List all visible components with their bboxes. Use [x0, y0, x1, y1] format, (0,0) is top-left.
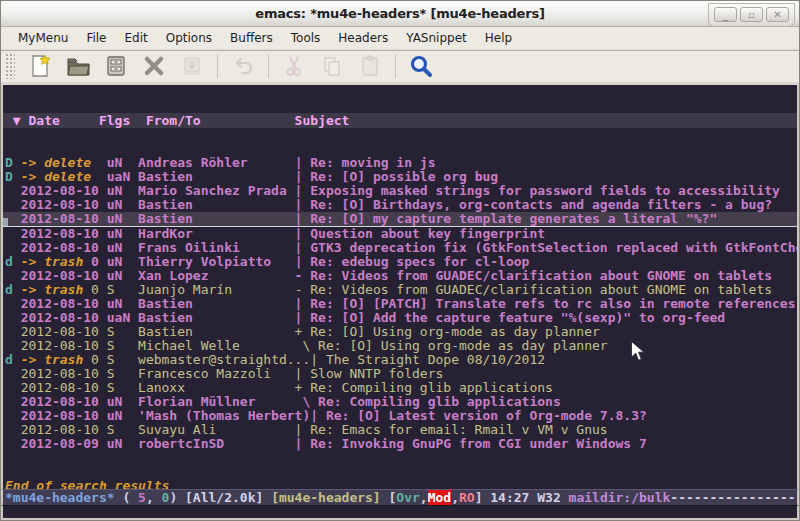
modeline-segment: ) [169, 490, 185, 505]
end-of-search-results: End of search results [3, 479, 797, 489]
echo-area[interactable] [1, 506, 799, 520]
buffer-rows: D -> delete uN Andreas Röhler | Re: movi… [3, 156, 797, 451]
search-icon[interactable] [406, 52, 436, 80]
toolbar-separator [268, 54, 269, 78]
message-row[interactable]: 2012-08-10 uN Frans Oilinki | GTK3 depre… [3, 241, 797, 255]
modeline-segment: ] [475, 490, 491, 505]
menu-item-mymenu[interactable]: MyMenu [9, 28, 77, 48]
headers-column-header[interactable]: ▼ Date Flgs From/To Subject [3, 113, 797, 128]
message-row[interactable]: 2012-08-10 uaN Bastien | Re: [O] Add the… [3, 311, 797, 325]
message-row[interactable]: 2012-08-10 uN Mario Sanchez Prada | Expo… [3, 184, 797, 198]
modeline-segment: ----------------------------------------… [670, 490, 799, 505]
maximize-button[interactable]: ▫ [740, 7, 763, 22]
message-row[interactable]: 2012-08-10 S Suvayu Ali | Re: Emacs for … [3, 423, 797, 437]
undo-icon[interactable] [228, 52, 258, 80]
title-bar[interactable]: emacs: *mu4e-headers* [mu4e-headers] _▫✕ [1, 1, 799, 27]
message-row[interactable]: 2012-08-10 uN Bastien | Re: [O] [PATCH] … [3, 297, 797, 311]
copy-icon[interactable] [317, 52, 347, 80]
message-row[interactable]: 2012-08-10 uN Xan Lopez - Re: Videos fro… [3, 269, 797, 283]
message-row[interactable]: 2012-08-10 uN Florian Müllner \ Re: Comp… [3, 395, 797, 409]
message-row[interactable]: d -> trash 0 uN Thierry Volpiatto | Re: … [3, 255, 797, 269]
menu-item-tools[interactable]: Tools [282, 28, 330, 48]
save-as-icon[interactable] [177, 52, 207, 80]
message-row[interactable]: D -> delete uaN Bastien | Re: [O] possib… [3, 170, 797, 184]
modeline-segment: [All/2.0k] [185, 490, 271, 505]
close-buffer-icon[interactable] [139, 52, 169, 80]
toolbar-separator [217, 54, 218, 78]
mode-line[interactable]: *mu4e-headers* ( 5, 0) [All/2.0k] [mu4e-… [1, 489, 799, 506]
modeline-segment: 5 [138, 490, 146, 505]
message-row[interactable]: 2012-08-10 S Francesco Mazzoli | Slow NN… [3, 367, 797, 381]
cut-icon[interactable] [279, 52, 309, 80]
tool-bar [1, 50, 799, 85]
close-button[interactable]: ✕ [766, 7, 789, 22]
message-row[interactable]: 2012-08-10 S Bastien + Re: [O] Using org… [3, 325, 797, 339]
modeline-segment: *mu4e-headers* [5, 490, 115, 505]
message-row[interactable]: d -> trash 0 S Juanjo Marín - Re: Videos… [3, 283, 797, 297]
menu-item-edit[interactable]: Edit [116, 28, 157, 48]
message-row-current[interactable]: 2012-08-10 uN Bastien | Re: [O] my captu… [3, 212, 797, 227]
new-file-icon[interactable] [25, 52, 55, 80]
window-title: emacs: *mu4e-headers* [mu4e-headers] [255, 6, 544, 21]
message-row[interactable]: 2012-08-09 uN robertcInSD | Re: Invoking… [3, 437, 797, 451]
window-controls: _▫✕ [708, 3, 795, 27]
paste-icon[interactable] [355, 52, 385, 80]
mu4e-headers-buffer[interactable]: ▼ Date Flgs From/To Subject D -> delete … [1, 85, 799, 489]
menu-item-headers[interactable]: Headers [329, 28, 397, 48]
message-row[interactable]: 2012-08-10 uN HardKor | Question about k… [3, 227, 797, 241]
modeline-segment: RO [459, 490, 475, 505]
menu-item-file[interactable]: File [77, 28, 115, 48]
message-row[interactable]: 2012-08-10 uN Bastien | Re: [O] Birthday… [3, 198, 797, 212]
menu-item-help[interactable]: Help [476, 28, 521, 48]
emacs-window: emacs: *mu4e-headers* [mu4e-headers] _▫✕… [0, 0, 800, 521]
minimize-button[interactable]: _ [714, 7, 737, 22]
mouse-cursor [631, 341, 645, 366]
menu-bar: MyMenuFileEditOptionsBuffersToolsHeaders… [1, 27, 799, 50]
modeline-segment: ( [115, 490, 138, 505]
toolbar-separator [395, 54, 396, 78]
message-row[interactable]: d -> trash 0 S webmaster@straightd...| T… [3, 353, 797, 367]
save-icon[interactable] [101, 52, 131, 80]
menu-item-yasnippet[interactable]: YASnippet [397, 28, 476, 48]
modeline-segment: maildir:/bulk [569, 490, 671, 505]
modeline-segment: Ovr [396, 490, 419, 505]
message-row[interactable]: 2012-08-10 S Lanoxx + Re: Compiling glib… [3, 381, 797, 395]
message-row[interactable]: D -> delete uN Andreas Röhler | Re: movi… [3, 156, 797, 170]
open-folder-icon[interactable] [63, 52, 93, 80]
toolbar-drag-handle[interactable] [5, 53, 15, 79]
modeline-segment: Mod [428, 490, 451, 505]
modeline-segment: [ [381, 490, 397, 505]
menu-item-options[interactable]: Options [157, 28, 221, 48]
modeline-segment: , [420, 490, 428, 505]
menu-item-buffers[interactable]: Buffers [221, 28, 282, 48]
modeline-segment: , [451, 490, 459, 505]
modeline-segment: , [146, 490, 162, 505]
modeline-segment: 14:27 W32 [490, 490, 568, 505]
modeline-segment: [mu4e-headers] [271, 490, 381, 505]
message-row[interactable]: 2012-08-10 uN 'Mash (Thomas Herbert)| Re… [3, 409, 797, 423]
message-row[interactable]: 2012-08-10 S Michael Welle \ Re: [O] Usi… [3, 339, 797, 353]
